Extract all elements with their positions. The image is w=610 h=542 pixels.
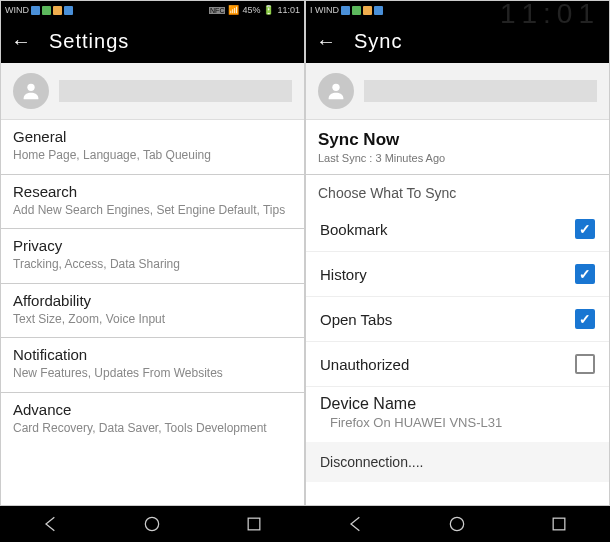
app-icon bbox=[374, 6, 383, 15]
app-icon bbox=[64, 6, 73, 15]
open-tabs-row[interactable]: Open Tabs bbox=[306, 297, 609, 342]
status-bar: WIND NFC 📶 45% 🔋 11:01 bbox=[1, 1, 304, 19]
check-label: History bbox=[320, 266, 367, 283]
checkbox[interactable] bbox=[575, 219, 595, 239]
page-title: Settings bbox=[49, 30, 129, 53]
section-title: General bbox=[13, 128, 292, 145]
avatar-icon bbox=[13, 73, 49, 109]
checkbox[interactable] bbox=[575, 309, 595, 329]
section-sub: Card Recovery, Data Saver, Tools Develop… bbox=[13, 421, 292, 437]
nfc-icon: NFC bbox=[209, 7, 225, 14]
app-icon bbox=[53, 6, 62, 15]
account-row[interactable] bbox=[1, 63, 304, 120]
section-sub: Text Size, Zoom, Voice Input bbox=[13, 312, 292, 328]
app-icon bbox=[31, 6, 40, 15]
app-icon bbox=[352, 6, 361, 15]
nav-bar bbox=[0, 506, 610, 542]
svg-point-0 bbox=[27, 84, 34, 91]
svg-rect-5 bbox=[553, 518, 565, 530]
back-icon[interactable]: ← bbox=[11, 30, 31, 53]
signal-icon: 📶 bbox=[228, 5, 239, 15]
svg-point-1 bbox=[332, 84, 339, 91]
checkbox[interactable] bbox=[575, 264, 595, 284]
nav-back-icon[interactable] bbox=[346, 514, 366, 534]
settings-screen: WIND NFC 📶 45% 🔋 11:01 ← Settings bbox=[0, 0, 305, 506]
battery-label: 45% bbox=[242, 5, 260, 15]
section-sub: Home Page, Language, Tab Queuing bbox=[13, 148, 292, 164]
affordability-section[interactable]: Affordability Text Size, Zoom, Voice Inp… bbox=[1, 284, 304, 339]
nav-back-icon[interactable] bbox=[41, 514, 61, 534]
unauthorized-row[interactable]: Unauthorized bbox=[306, 342, 609, 387]
section-sub: New Features, Updates From Websites bbox=[13, 366, 292, 382]
svg-point-2 bbox=[146, 517, 159, 530]
app-icon bbox=[341, 6, 350, 15]
checkbox[interactable] bbox=[575, 354, 595, 374]
privacy-section[interactable]: Privacy Tracking, Access, Data Sharing bbox=[1, 229, 304, 284]
account-row[interactable] bbox=[306, 63, 609, 120]
check-label: Unauthorized bbox=[320, 356, 409, 373]
battery-icon: 🔋 bbox=[263, 5, 274, 15]
carrier-label: WIND bbox=[5, 5, 29, 15]
avatar-icon bbox=[318, 73, 354, 109]
nav-recent-icon[interactable] bbox=[244, 514, 264, 534]
settings-header: ← Settings bbox=[1, 19, 304, 63]
notification-section[interactable]: Notification New Features, Updates From … bbox=[1, 338, 304, 393]
section-sub: Add New Search Engines, Set Engine Defau… bbox=[13, 203, 292, 219]
check-label: Open Tabs bbox=[320, 311, 392, 328]
section-title: Privacy bbox=[13, 237, 292, 254]
nav-home-icon[interactable] bbox=[142, 514, 162, 534]
device-name-row[interactable]: Device Name Firefox On HUAWEI VNS-L31 bbox=[306, 387, 609, 436]
app-icon bbox=[363, 6, 372, 15]
page-title: Sync bbox=[354, 30, 402, 53]
app-icon bbox=[42, 6, 51, 15]
disconnect-row[interactable]: Disconnection.... bbox=[306, 442, 609, 482]
account-placeholder bbox=[59, 80, 292, 102]
choose-header: Choose What To Sync bbox=[306, 175, 609, 207]
section-sub: Tracking, Access, Data Sharing bbox=[13, 257, 292, 273]
research-section[interactable]: Research Add New Search Engines, Set Eng… bbox=[1, 175, 304, 230]
device-value: Firefox On HUAWEI VNS-L31 bbox=[320, 415, 595, 430]
device-title: Device Name bbox=[320, 395, 595, 413]
bookmark-row[interactable]: Bookmark bbox=[306, 207, 609, 252]
section-title: Notification bbox=[13, 346, 292, 363]
nav-home-icon[interactable] bbox=[447, 514, 467, 534]
advance-section[interactable]: Advance Card Recovery, Data Saver, Tools… bbox=[1, 393, 304, 447]
section-title: Research bbox=[13, 183, 292, 200]
sync-now-row[interactable]: Sync Now Last Sync : 3 Minutes Ago bbox=[306, 120, 609, 175]
general-section[interactable]: General Home Page, Language, Tab Queuing bbox=[1, 120, 304, 175]
history-row[interactable]: History bbox=[306, 252, 609, 297]
carrier-label: I WIND bbox=[310, 5, 339, 15]
svg-rect-3 bbox=[248, 518, 260, 530]
account-placeholder bbox=[364, 80, 597, 102]
sync-now-label: Sync Now bbox=[318, 130, 597, 150]
section-title: Affordability bbox=[13, 292, 292, 309]
clock-overlay: 11:01 bbox=[500, 0, 600, 30]
time-label: 11:01 bbox=[277, 5, 300, 15]
back-icon[interactable]: ← bbox=[316, 30, 336, 53]
section-title: Advance bbox=[13, 401, 292, 418]
svg-point-4 bbox=[451, 517, 464, 530]
check-label: Bookmark bbox=[320, 221, 388, 238]
last-sync-label: Last Sync : 3 Minutes Ago bbox=[318, 152, 597, 164]
nav-recent-icon[interactable] bbox=[549, 514, 569, 534]
sync-screen: I WIND ← Sync Sync Now Last Sync : 3 Min… bbox=[305, 0, 610, 506]
